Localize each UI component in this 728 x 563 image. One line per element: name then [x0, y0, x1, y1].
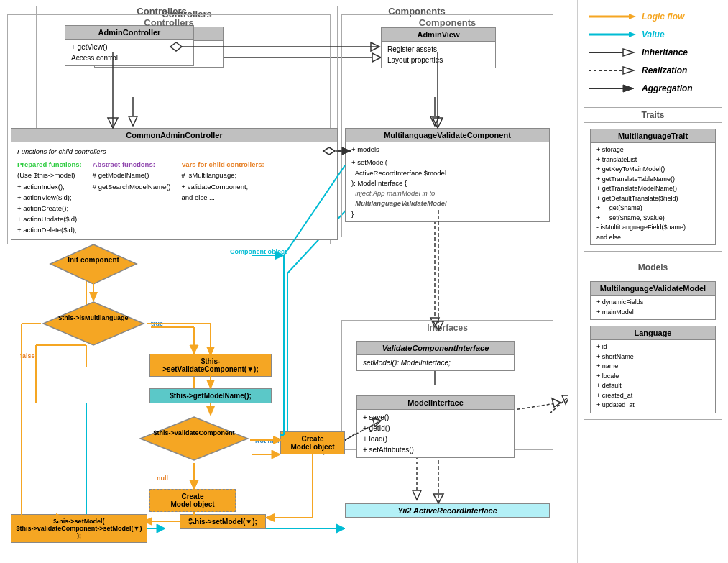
svg-marker-32 — [336, 524, 345, 533]
realization-label: Realization — [642, 65, 687, 75]
not-null-label: Not null — [255, 437, 280, 444]
mlvm-box: MultilanguageValidateModel + dynamicFiel… — [590, 281, 716, 320]
models-section: Models MultilanguageValidateModel + dyna… — [584, 260, 722, 420]
set-model-1: $this->setModel($this->validateComponent… — [11, 514, 147, 543]
vars-label: Vars for child controllers: — [182, 159, 264, 170]
mlt-storage: + storage — [596, 145, 709, 155]
pf-4: + actionCreate(); — [17, 203, 82, 214]
cac-title: CommonAdminController — [11, 129, 337, 142]
mlt-title: MultilanguageTrait — [591, 129, 715, 143]
mlvc-inject: inject App mainModel in to — [351, 188, 543, 198]
admin-view-title: AdminView — [382, 28, 495, 42]
svg-marker-81 — [433, 494, 443, 503]
mlvm-mainmodel: + mainModel — [596, 308, 709, 318]
mlvm-dynamicfields: + dynamicFields — [596, 298, 709, 308]
interfaces-title: Interfaces — [342, 321, 553, 335]
vci-box: ValidateComponentInterface setModel(): M… — [356, 341, 515, 371]
svg-marker-93 — [623, 85, 634, 92]
set-validate-component: $this->setValidateComponent(▼); — [149, 354, 272, 377]
mlvm-title: MultilanguageValidateModel — [591, 282, 715, 296]
value-label: Value — [642, 29, 665, 40]
value-arrow — [587, 27, 637, 42]
is-multilanguage-diamond: $this->isMultilanguage — [40, 298, 147, 350]
lang-created: + created_at — [596, 391, 709, 401]
mi-load: + load() — [363, 434, 508, 444]
mlvc-models: + models — [351, 145, 543, 155]
pf-6: + actionDelete($id); — [17, 224, 82, 235]
svg-text:$this->isMultilanguage: $this->isMultilanguage — [58, 314, 128, 321]
set-model-2: $this->setModel(▼); — [180, 514, 266, 529]
svg-marker-89 — [623, 49, 634, 56]
get-model-name: $this->getModelName(); — [149, 388, 272, 403]
mlt-andelse: and else ... — [596, 233, 709, 243]
logic-flow-arrow — [587, 9, 637, 24]
mlt-translatelist: + translateList — [596, 155, 709, 165]
validate-component-diamond: $this->validateComponent — [137, 413, 252, 465]
yii2-box: Yii2 ActiveRecordInterface — [345, 503, 550, 518]
inheritance-arrow — [587, 45, 637, 60]
abstract-label: Abstract functions: — [93, 159, 171, 170]
mi-box: ModelInterface + save() + getId() + load… — [356, 395, 515, 458]
vci-body: setModel(): ModelInterface; — [357, 355, 514, 370]
af-1: # getModelName() — [93, 170, 171, 180]
controllers-section-title: Controllers — [8, 15, 330, 30]
inheritance-item: Inheritance — [587, 45, 719, 60]
true-label: true — [151, 320, 163, 327]
cac-subtitle-col: Functions for child controllers Prepared… — [17, 146, 331, 236]
value-item: Value — [587, 27, 719, 42]
traits-section: Traits MultilanguageTrait + storage + tr… — [584, 107, 722, 252]
svg-marker-87 — [629, 32, 636, 37]
legend-area: Logic flow Value Inheritance — [577, 0, 728, 563]
aggregation-item: Aggregation — [587, 81, 719, 96]
af-2: # getSearchModelName() — [93, 181, 171, 192]
mlvc-setmodel3: ): ModelInterface { — [351, 178, 543, 188]
svg-marker-85 — [629, 14, 636, 19]
false-label: false — [20, 352, 35, 360]
realization-arrow — [587, 63, 637, 78]
component-object-label: Component object — [230, 248, 287, 255]
prepared-label: Prepared functions: — [17, 159, 82, 170]
arrow-legend-container: Logic flow Value Inheritance — [584, 6, 722, 99]
create-model-1: CreateModel object — [280, 431, 345, 454]
svg-marker-42 — [50, 244, 137, 284]
admin-view-box: AdminView Register assets Layout propert… — [381, 27, 496, 68]
logic-flow-item: Logic flow — [587, 9, 719, 24]
prepared-functions: Prepared functions: (Use $this->model) +… — [17, 159, 82, 235]
mlt-getkey: + getKeyToMainModel() — [596, 165, 709, 175]
av-method1: Register assets — [387, 44, 489, 55]
svg-marker-23 — [272, 450, 280, 459]
lang-updated: + updated_at — [596, 400, 709, 411]
mi-getid: + getId() — [363, 423, 508, 434]
lang-default: + default — [596, 381, 709, 391]
mlt-getdefault: + getDefaultTranslate($field) — [596, 194, 709, 204]
mlt-get: + __get($name) — [596, 203, 709, 214]
mlvc-setmodel: + setModel( — [351, 157, 543, 168]
lang-id: + id — [596, 342, 709, 352]
models-title: Models — [584, 260, 722, 275]
mlvc-inject2: MultilanguageValidateModel — [351, 198, 543, 209]
language-title: Language — [591, 326, 715, 340]
diagram-area: Controllers Components Controllers Admin… — [0, 0, 577, 563]
mlt-gettranslatemodel: + getTranslateModelName() — [596, 184, 709, 194]
mi-title: ModelInterface — [357, 396, 514, 410]
mlvc-box: MultilanguageValidateComponent + models … — [345, 128, 550, 222]
vci-title: ValidateComponentInterface — [357, 342, 514, 355]
inheritance-label: Inheritance — [642, 47, 688, 58]
svg-text:$this->validateComponent: $this->validateComponent — [154, 429, 235, 436]
common-admin-controller-box: CommonAdminController Functions for chil… — [11, 128, 338, 240]
svg-marker-16 — [190, 345, 198, 354]
create-model-2: CreateModel object — [149, 489, 236, 512]
vf-3: and else ... — [182, 192, 264, 203]
pf-3: + actionView($id); — [17, 192, 82, 203]
lang-locale: + locale — [596, 372, 709, 382]
mi-setattr: + setAttributes() — [363, 444, 508, 455]
mi-save: + save() — [363, 412, 508, 423]
traits-title: Traits — [584, 108, 722, 123]
svg-marker-46 — [140, 417, 248, 460]
vf-1: # isMultilanguage; — [182, 170, 264, 180]
main-container: Controllers Components Controllers Admin… — [0, 0, 728, 563]
mlvc-setmodel2: ActiveRecordInterface $model — [351, 168, 543, 178]
mlt-gettranslatetable: + getTranslateTableName() — [596, 175, 709, 185]
mlt-set: + __set($name, $value) — [596, 214, 709, 224]
lang-name: + name — [596, 362, 709, 372]
